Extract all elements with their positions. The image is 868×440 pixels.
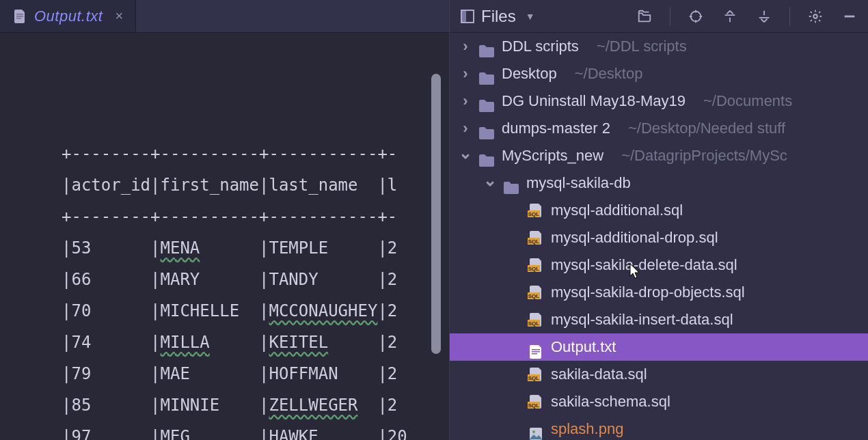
tree-file[interactable]: SQLmysql-additional.sql — [450, 197, 868, 224]
tree-item-label: Output.txt — [551, 333, 616, 361]
scrollbar[interactable] — [431, 74, 441, 354]
tree-file[interactable]: SQLmysql-sakila-insert-data.sql — [450, 306, 868, 333]
tree-item-label: DDL scripts — [502, 33, 579, 60]
tree-file[interactable]: SQLmysql-sakila-drop-objects.sql — [450, 279, 868, 306]
svg-text:SQL: SQL — [528, 211, 540, 217]
folder-icon — [478, 94, 495, 108]
text-file-icon — [528, 340, 544, 354]
folder-icon — [478, 122, 495, 135]
expand-all-icon[interactable] — [721, 8, 739, 25]
svg-text:SQL: SQL — [528, 266, 540, 272]
gear-icon[interactable] — [806, 8, 824, 25]
tree-item-path: ~/Desktop — [575, 60, 643, 87]
sql-file-icon: SQL — [528, 231, 544, 245]
tree-item-label: MyScripts_new — [502, 142, 603, 169]
sql-file-icon: SQL — [528, 395, 544, 409]
folder-icon — [478, 40, 495, 53]
tree-folder[interactable]: ⌄mysql-sakila-db — [450, 169, 868, 197]
close-icon[interactable]: × — [115, 8, 123, 24]
chevron-down-icon[interactable]: ⌄ — [484, 167, 496, 194]
tree-item-label: splash.png — [551, 415, 623, 440]
folder-icon — [503, 176, 519, 190]
files-header: Files ▼ — [450, 0, 868, 33]
tree-item-path: ~/Desktop/Needed stuff — [628, 115, 785, 142]
toolbar-separator — [670, 7, 670, 26]
tree-item-label: mysql-sakila-drop-objects.sql — [551, 279, 745, 306]
tree-file[interactable]: splash.png — [450, 415, 868, 440]
chevron-right-icon[interactable]: › — [459, 87, 472, 115]
tree-item-label: mysql-additional.sql — [551, 197, 683, 224]
tree-item-label: mysql-sakila-db — [526, 169, 631, 197]
tree-item-label: mysql-sakila-insert-data.sql — [551, 306, 733, 333]
sql-file-icon: SQL — [528, 313, 544, 327]
sql-file-icon: SQL — [528, 258, 544, 272]
chevron-down-icon[interactable]: ⌄ — [459, 139, 472, 167]
editor-content[interactable]: +--------+----------+-----------+-|actor… — [0, 33, 449, 440]
folder-icon — [478, 67, 495, 81]
tree-item-label: Desktop — [502, 60, 557, 87]
image-file-icon — [528, 422, 544, 436]
tab-output-txt[interactable]: Output.txt × — [0, 0, 136, 32]
svg-text:SQL: SQL — [528, 375, 540, 381]
minimize-icon[interactable] — [841, 8, 858, 25]
svg-text:SQL: SQL — [528, 293, 540, 299]
target-icon[interactable] — [687, 8, 705, 25]
chevron-right-icon[interactable]: › — [459, 60, 472, 87]
tab-label: Output.txt — [34, 8, 103, 25]
collapse-all-icon[interactable] — [755, 8, 773, 25]
text-file-icon — [14, 10, 26, 23]
tree-folder[interactable]: ›DDL scripts~/DDL scripts — [450, 33, 868, 60]
svg-text:SQL: SQL — [528, 238, 540, 245]
files-pane: Files ▼ ›DDL scripts~/DDL scripts›Deskto… — [450, 0, 868, 440]
tree-folder[interactable]: ⌄MyScripts_new~/DatagripProjects/MySc — [450, 142, 868, 169]
open-folder-icon[interactable] — [636, 8, 653, 25]
svg-point-1 — [813, 14, 817, 18]
tree-file[interactable]: SQLsakila-schema.sql — [450, 388, 868, 415]
files-title[interactable]: Files — [481, 7, 516, 26]
tree-file[interactable]: Output.txt — [450, 333, 868, 361]
tree-item-label: mysql-sakila-delete-data.sql — [551, 251, 737, 279]
tree-folder[interactable]: ›DG Uninstall May18-May19~/Documents — [450, 87, 868, 115]
folder-icon — [478, 149, 495, 163]
tree-folder[interactable]: ›dumps-master 2~/Desktop/Needed stuff — [450, 115, 868, 142]
sql-file-icon: SQL — [528, 368, 544, 381]
sql-file-icon: SQL — [528, 204, 544, 217]
tree-file[interactable]: SQLmysql-sakila-delete-data.sql — [450, 251, 868, 279]
tree-item-path: ~/DDL scripts — [597, 33, 687, 60]
svg-point-0 — [691, 11, 701, 21]
tree-item-label: mysql-additional-drop.sql — [551, 224, 718, 251]
panel-icon — [461, 10, 474, 23]
files-tree[interactable]: ›DDL scripts~/DDL scripts›Desktop~/Deskt… — [450, 33, 868, 440]
tree-item-label: sakila-schema.sql — [551, 388, 670, 415]
chevron-right-icon[interactable]: › — [459, 115, 472, 142]
svg-text:SQL: SQL — [528, 320, 540, 327]
svg-point-17 — [532, 430, 535, 433]
tree-item-label: sakila-data.sql — [551, 361, 647, 388]
tree-file[interactable]: SQLsakila-data.sql — [450, 361, 868, 388]
svg-text:SQL: SQL — [528, 402, 540, 409]
tree-item-label: DG Uninstall May18-May19 — [502, 87, 686, 115]
sql-file-icon: SQL — [528, 286, 544, 299]
tab-bar: Output.txt × — [0, 0, 449, 33]
chevron-right-icon[interactable]: › — [459, 33, 472, 60]
chevron-down-icon[interactable]: ▼ — [526, 11, 535, 22]
tree-item-path: ~/Documents — [703, 87, 792, 115]
tree-file[interactable]: SQLmysql-additional-drop.sql — [450, 224, 868, 251]
editor-pane: Output.txt × +--------+----------+------… — [0, 0, 450, 440]
tree-folder[interactable]: ›Desktop~/Desktop — [450, 60, 868, 87]
toolbar-separator — [789, 7, 790, 26]
tree-item-path: ~/DatagripProjects/MySc — [621, 142, 787, 169]
tree-item-label: dumps-master 2 — [502, 115, 610, 142]
